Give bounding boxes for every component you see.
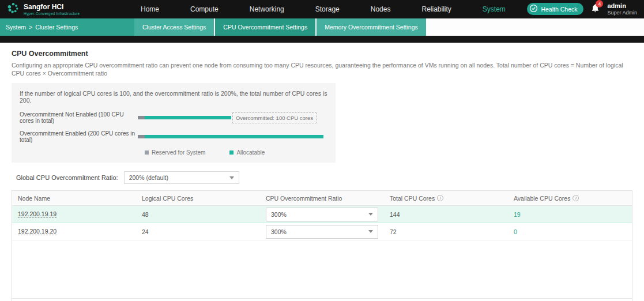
cell-available-cores: 0	[508, 228, 632, 235]
nav-item-system[interactable]: System	[467, 5, 521, 13]
user-name: admin	[607, 2, 637, 10]
header-divider-strip	[0, 36, 644, 43]
legend-item-reserved: Reserved for System	[145, 149, 205, 156]
cell-total-cores: 144	[384, 211, 508, 218]
diagram-legend: Reserved for System Allocatable	[145, 149, 327, 156]
legend-swatch-reserved	[145, 150, 149, 155]
diagram-row-not-enabled: Overcommitment Not Enabled (100 CPU core…	[20, 111, 327, 124]
cell-total-cores: 72	[384, 228, 508, 235]
nav-item-home[interactable]: Home	[125, 5, 175, 13]
health-check-button[interactable]: Health Check	[527, 3, 583, 15]
diagram-label-enabled: Overcommitment Enabled (200 CPU cores in…	[20, 130, 138, 143]
legend-item-allocatable: Allocatable	[229, 149, 265, 156]
cell-logical-cores: 24	[136, 228, 260, 235]
nodes-table: Node Name Logical CPU Cores CPU Overcomm…	[12, 190, 632, 301]
notification-bell[interactable]: 4	[592, 4, 599, 15]
nav-item-nodes[interactable]: Nodes	[355, 5, 406, 13]
cell-available-cores: 19	[508, 211, 632, 218]
cell-node-name: 192.200.19.20	[12, 228, 136, 235]
bar-segment-reserved	[138, 135, 145, 138]
tab-cpu-overcommitment-settings[interactable]: CPU Overcommitment Settings	[215, 18, 315, 36]
page-description: Configuring an appropriate CPU overcommi…	[12, 61, 632, 77]
overcommitment-example-box: If the number of logical CPU cores is 10…	[12, 83, 336, 163]
notification-badge: 4	[596, 0, 603, 7]
global-ratio-select[interactable]: 200% (default)	[124, 171, 239, 184]
nav-item-networking[interactable]: Networking	[234, 5, 300, 13]
cell-ratio: 300%	[260, 225, 384, 239]
health-check-icon	[529, 4, 538, 14]
breadcrumb-separator: >	[29, 24, 32, 31]
node-ratio-value: 300%	[271, 211, 287, 218]
brand: Sangfor HCI Hyper-Converged Infrastructu…	[7, 2, 125, 17]
sangfor-logo-icon	[7, 2, 20, 17]
chevron-down-icon	[368, 230, 373, 233]
node-ratio-value: 300%	[271, 228, 287, 235]
settings-tabs: Cluster Access Settings CPU Overcommitme…	[134, 18, 426, 36]
nav-item-reliability[interactable]: Reliability	[406, 5, 466, 13]
breadcrumb-page: Cluster Settings	[35, 24, 78, 31]
diagram-label-not-enabled: Overcommitment Not Enabled (100 CPU core…	[20, 111, 138, 124]
bar-enabled	[138, 135, 323, 138]
legend-label-reserved: Reserved for System	[152, 149, 205, 156]
info-icon[interactable]: i	[437, 195, 443, 201]
nav-item-storage[interactable]: Storage	[300, 5, 355, 13]
node-name-link[interactable]: 192.200.19.19	[18, 210, 57, 218]
diagram-row-enabled: Overcommitment Enabled (200 CPU cores in…	[20, 130, 327, 143]
top-bar: Sangfor HCI Hyper-Converged Infrastructu…	[0, 0, 644, 18]
column-header-total-cpu-cores: Total CPU Cores i	[384, 195, 508, 202]
bar-segment-allocatable	[145, 116, 231, 119]
example-text: If the number of logical CPU cores is 10…	[20, 90, 327, 104]
tab-memory-overcommitment-settings[interactable]: Memory Overcommitment Settings	[317, 18, 426, 36]
legend-swatch-allocatable	[229, 150, 234, 155]
table-empty-area	[12, 240, 632, 298]
column-header-node-name: Node Name	[12, 195, 136, 202]
cell-node-name: 192.200.19.19	[12, 210, 136, 218]
global-ratio-label: Global CPU Overcommitment Ratio:	[16, 174, 118, 181]
breadcrumb-section[interactable]: System	[6, 24, 26, 31]
nav-item-compute[interactable]: Compute	[175, 5, 234, 13]
column-header-available-cpu-cores: Available CPU Cores i	[508, 195, 632, 202]
bar-segment-allocatable	[145, 135, 323, 138]
chevron-down-icon	[368, 213, 373, 216]
global-ratio-value: 200% (default)	[129, 174, 168, 181]
global-ratio-row: Global CPU Overcommitment Ratio: 200% (d…	[12, 171, 632, 184]
health-check-label: Health Check	[541, 6, 577, 13]
node-ratio-select[interactable]: 300%	[266, 208, 378, 221]
info-icon[interactable]: i	[573, 195, 579, 201]
topbar-right: Health Check 4 admin Super Admin	[527, 2, 637, 16]
column-header-cpu-overcommitment-ratio: CPU Overcommitment Ratio	[260, 195, 384, 202]
node-name-link[interactable]: 192.200.19.20	[18, 228, 57, 235]
table-row[interactable]: 192.200.19.19 48 300% 144 19	[12, 206, 632, 223]
main-nav: Home Compute Networking Storage Nodes Re…	[125, 5, 521, 13]
table-header-row: Node Name Logical CPU Cores CPU Overcomm…	[12, 191, 632, 206]
cell-logical-cores: 48	[136, 211, 260, 218]
column-header-logical-cpu-cores: Logical CPU Cores	[136, 195, 260, 202]
brand-subtitle: Hyper-Converged Infrastructure	[24, 12, 80, 16]
bar-segment-reserved	[138, 116, 145, 119]
legend-label-allocatable: Allocatable	[236, 149, 265, 156]
bar-not-enabled	[138, 116, 231, 119]
sub-bar: System > Cluster Settings Cluster Access…	[0, 18, 644, 36]
node-ratio-select[interactable]: 300%	[266, 225, 378, 239]
table-footer: Available Cluster CPU Cores: 19	[12, 298, 632, 301]
tab-cluster-access-settings[interactable]: Cluster Access Settings	[134, 18, 214, 36]
main-content: CPU Overcommitment Configuring an approp…	[0, 43, 644, 301]
breadcrumb: System > Cluster Settings	[0, 18, 134, 36]
cell-ratio: 300%	[260, 208, 384, 221]
chevron-down-icon	[229, 176, 234, 179]
user-role: Super Admin	[607, 10, 637, 16]
table-row[interactable]: 192.200.19.20 24 300% 72 0	[12, 223, 632, 240]
overcommitted-annotation: Overcommitted: 100 CPU cores	[232, 112, 317, 123]
page-title: CPU Overcommitment	[12, 50, 632, 58]
user-menu[interactable]: admin Super Admin	[607, 2, 637, 16]
brand-title: Sangfor HCI	[24, 3, 80, 10]
